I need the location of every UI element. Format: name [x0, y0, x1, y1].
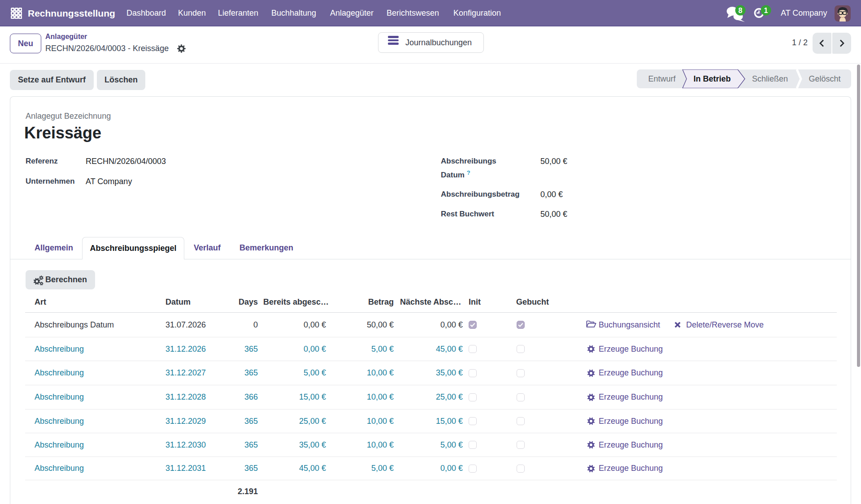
svg-text:8: 8 [739, 7, 743, 14]
svg-text:1: 1 [764, 7, 768, 14]
